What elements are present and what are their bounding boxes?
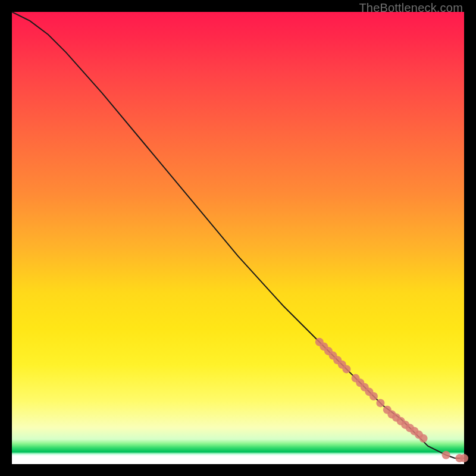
chart-stage: TheBottleneck.com — [0, 0, 476, 476]
trend-line — [12, 12, 464, 458]
data-point — [442, 451, 450, 459]
data-point — [369, 392, 378, 400]
plot-area — [12, 12, 464, 464]
scatter-points — [315, 338, 468, 462]
watermark-text: TheBottleneck.com — [359, 1, 463, 15]
chart-svg — [12, 12, 464, 464]
data-point — [419, 434, 428, 443]
data-point — [376, 399, 384, 407]
data-point — [460, 454, 468, 462]
data-point — [342, 365, 350, 373]
